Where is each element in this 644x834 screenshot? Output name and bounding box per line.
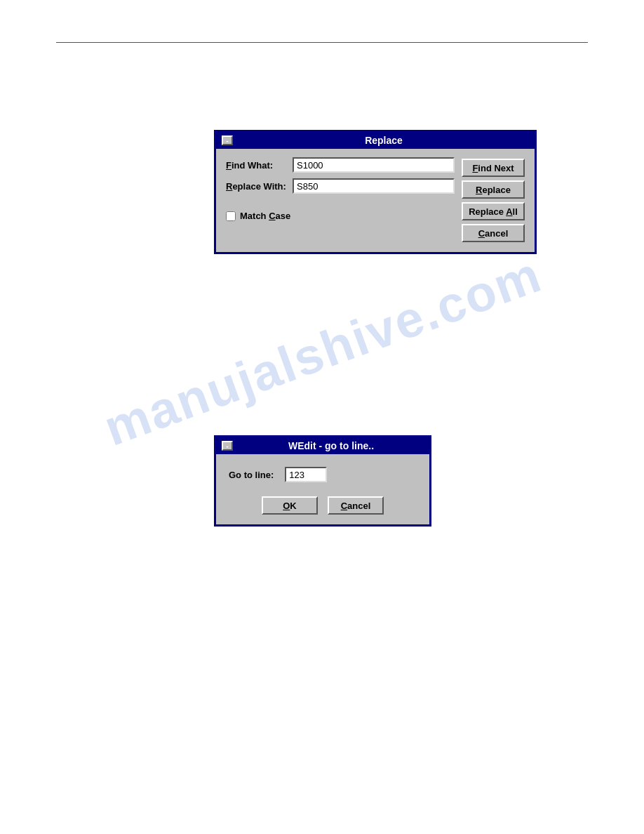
match-case-checkbox[interactable]: [226, 211, 236, 221]
find-what-row: Find What:: [226, 157, 455, 173]
replace-all-button[interactable]: Replace All: [462, 202, 525, 220]
goto-ok-button[interactable]: OK: [262, 496, 318, 515]
replace-left-panel: Find What: Replace With: Match Case: [226, 157, 455, 242]
replace-buttons-panel: Find Next Replace Replace All Cancel: [462, 157, 525, 242]
goto-cancel-button[interactable]: Cancel: [328, 496, 384, 515]
replace-with-label: Replace With:: [226, 181, 293, 192]
goto-titlebar: - WEdit - go to line..: [216, 437, 429, 454]
top-rule: [56, 42, 588, 43]
goto-line-input[interactable]: [285, 467, 327, 482]
replace-sys-button[interactable]: -: [222, 135, 233, 145]
goto-buttons-row: OK Cancel: [229, 496, 417, 515]
find-next-button[interactable]: Find Next: [462, 159, 525, 177]
goto-sys-button[interactable]: -: [222, 441, 233, 451]
replace-title: Replace: [239, 135, 529, 146]
replace-with-row: Replace With:: [226, 178, 455, 194]
replace-dialog: - Replace Find What: Replace With: Match…: [214, 130, 537, 254]
replace-with-input[interactable]: [293, 178, 455, 194]
goto-body: Go to line: OK Cancel: [216, 454, 429, 524]
goto-title: WEdit - go to line..: [239, 440, 424, 451]
match-case-row: Match Case: [226, 211, 455, 221]
replace-cancel-button[interactable]: Cancel: [462, 224, 525, 242]
match-case-label: Match Case: [240, 211, 290, 221]
goto-label: Go to line:: [229, 470, 274, 480]
replace-titlebar: - Replace: [216, 132, 535, 149]
replace-body: Find What: Replace With: Match Case Find…: [216, 149, 535, 252]
replace-button[interactable]: Replace: [462, 180, 525, 199]
find-what-label: Find What:: [226, 160, 293, 171]
find-what-input[interactable]: [293, 157, 455, 173]
goto-field-row: Go to line:: [229, 467, 417, 482]
goto-dialog: - WEdit - go to line.. Go to line: OK Ca…: [214, 435, 431, 527]
